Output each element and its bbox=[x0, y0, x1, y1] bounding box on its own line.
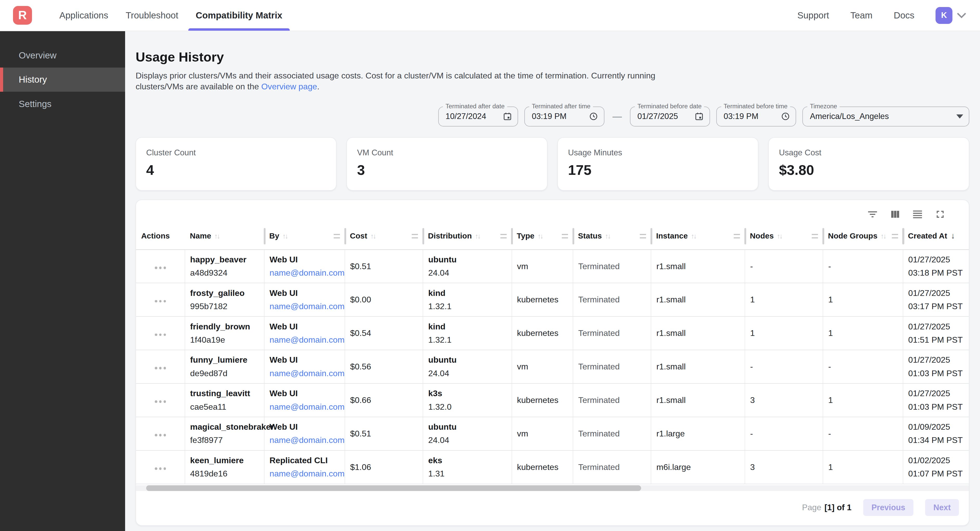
column-header-distribution[interactable]: Distribution bbox=[423, 223, 512, 250]
cell-status: Terminated bbox=[573, 316, 651, 350]
table-row: frosty_galileo 995b7182 Web UI name@doma… bbox=[136, 283, 969, 316]
sort-icon[interactable] bbox=[691, 232, 696, 240]
scrollbar-thumb[interactable] bbox=[146, 485, 641, 491]
description-line1: Displays prior clusters/VMs and their as… bbox=[135, 71, 655, 80]
nav-item-applications[interactable]: Applications bbox=[51, 0, 117, 31]
column-header-cost[interactable]: Cost bbox=[345, 223, 423, 250]
sort-icon[interactable] bbox=[214, 232, 219, 240]
overview-page-link[interactable]: Overview page bbox=[261, 82, 317, 91]
clock-icon bbox=[781, 112, 790, 121]
cell-cost: $0.56 bbox=[345, 350, 423, 384]
email-link[interactable]: name@domain.com bbox=[269, 435, 340, 445]
column-header-type[interactable]: Type bbox=[512, 223, 573, 250]
columns-icon[interactable] bbox=[889, 208, 902, 220]
drag-handle-icon[interactable] bbox=[412, 234, 418, 238]
column-header-by[interactable]: By bbox=[264, 223, 345, 250]
email-link[interactable]: name@domain.com bbox=[269, 369, 340, 378]
cell-type: vm bbox=[512, 350, 573, 384]
sort-icon[interactable] bbox=[371, 232, 375, 240]
cell-cost: $0.54 bbox=[345, 316, 423, 350]
cell-by: Web UI name@domain.com bbox=[264, 384, 345, 417]
replicated-logo[interactable]: R bbox=[13, 6, 32, 25]
density-icon[interactable] bbox=[912, 208, 924, 220]
column-header-instance[interactable]: Instance bbox=[651, 223, 745, 250]
drag-handle-icon[interactable] bbox=[734, 234, 740, 238]
column-header-created-at[interactable]: Created At bbox=[903, 223, 969, 250]
drag-handle-icon[interactable] bbox=[334, 234, 340, 238]
usage-history-page: R Applications Troubleshoot Compatibilit… bbox=[0, 0, 980, 531]
column-header-status[interactable]: Status bbox=[573, 223, 651, 250]
nav-item-troubleshoot[interactable]: Troubleshoot bbox=[117, 0, 187, 31]
column-header-nodes[interactable]: Nodes bbox=[745, 223, 823, 250]
sort-desc-icon[interactable] bbox=[951, 231, 955, 241]
sort-icon[interactable] bbox=[881, 232, 886, 240]
cell-name: trusting_leavitt cae5ea11 bbox=[185, 384, 264, 417]
email-link[interactable]: name@domain.com bbox=[269, 469, 340, 479]
cell-created-at: 01/27/2025 03:17 PM PST bbox=[903, 283, 969, 316]
sort-icon[interactable] bbox=[777, 232, 782, 240]
terminated-after-date-field[interactable]: Terminated after date 10/27/2024 bbox=[438, 106, 519, 127]
sidebar-item-overview[interactable]: Overview bbox=[0, 43, 125, 68]
cell-cost: $0.51 bbox=[345, 250, 423, 283]
column-header-name[interactable]: Name bbox=[185, 223, 264, 250]
row-actions-button[interactable] bbox=[152, 460, 168, 474]
ellipsis-icon bbox=[155, 468, 166, 470]
nav-item-docs[interactable]: Docs bbox=[894, 10, 914, 21]
cell-actions bbox=[136, 450, 185, 484]
drag-handle-icon[interactable] bbox=[892, 234, 898, 238]
fullscreen-icon[interactable] bbox=[934, 208, 947, 220]
drag-handle-icon[interactable] bbox=[500, 234, 507, 238]
drag-handle-icon[interactable] bbox=[812, 234, 818, 238]
stat-card-usage-cost: Usage Cost $3.80 bbox=[768, 137, 969, 191]
cell-nodes: 1 bbox=[745, 283, 823, 316]
cell-distribution: k3s 1.32.0 bbox=[423, 384, 512, 417]
cell-distribution: eks 1.31 bbox=[423, 450, 512, 484]
filter-icon[interactable] bbox=[866, 208, 879, 220]
cell-node-groups: - bbox=[823, 417, 903, 450]
column-header-node-groups[interactable]: Node Groups bbox=[823, 223, 903, 250]
cell-distribution: kind 1.32.1 bbox=[423, 283, 512, 316]
cell-by: Web UI name@domain.com bbox=[264, 417, 345, 450]
timezone-select[interactable]: Timezone America/Los_Angeles bbox=[802, 106, 969, 127]
user-menu[interactable]: K bbox=[935, 7, 966, 24]
avatar: K bbox=[935, 7, 953, 24]
nav-item-team[interactable]: Team bbox=[850, 10, 872, 21]
nav-item-support[interactable]: Support bbox=[797, 10, 829, 21]
nav-item-compatibility-matrix[interactable]: Compatibility Matrix bbox=[187, 0, 291, 31]
cell-by: Replicated CLI name@domain.com bbox=[264, 450, 345, 484]
terminated-before-time-field[interactable]: Terminated before time 03:19 PM bbox=[716, 106, 796, 127]
sidebar-item-history[interactable]: History bbox=[0, 68, 125, 92]
row-actions-button[interactable] bbox=[152, 393, 168, 407]
cell-node-groups: 1 bbox=[823, 283, 903, 316]
email-link[interactable]: name@domain.com bbox=[269, 335, 340, 345]
cell-cost: $0.66 bbox=[345, 384, 423, 417]
drag-handle-icon[interactable] bbox=[640, 234, 646, 238]
row-actions-button[interactable] bbox=[152, 259, 168, 274]
cell-status: Terminated bbox=[573, 384, 651, 417]
terminated-after-time-field[interactable]: Terminated after time 03:19 PM bbox=[524, 106, 605, 127]
row-actions-button[interactable] bbox=[152, 326, 168, 341]
drag-handle-icon[interactable] bbox=[562, 234, 568, 238]
previous-page-button[interactable]: Previous bbox=[863, 499, 913, 516]
cell-type: kubernetes bbox=[512, 384, 573, 417]
row-actions-button[interactable] bbox=[152, 293, 168, 307]
cell-nodes: 1 bbox=[745, 316, 823, 350]
row-actions-button[interactable] bbox=[152, 426, 168, 441]
terminated-before-date-field[interactable]: Terminated before date 01/27/2025 bbox=[630, 106, 710, 127]
sort-icon[interactable] bbox=[538, 232, 542, 240]
sort-icon[interactable] bbox=[605, 232, 610, 240]
sort-icon[interactable] bbox=[475, 232, 480, 240]
email-link[interactable]: name@domain.com bbox=[269, 268, 340, 278]
next-page-button[interactable]: Next bbox=[925, 499, 959, 516]
cell-status: Terminated bbox=[573, 450, 651, 484]
cell-actions bbox=[136, 350, 185, 384]
ellipsis-icon bbox=[155, 367, 166, 369]
email-link[interactable]: name@domain.com bbox=[269, 402, 340, 412]
email-link[interactable]: name@domain.com bbox=[269, 302, 340, 311]
sidebar-item-settings[interactable]: Settings bbox=[0, 92, 125, 116]
row-actions-button[interactable] bbox=[152, 359, 168, 374]
table-row: funny_lumiere de9ed87d Web UI name@domai… bbox=[136, 350, 969, 384]
sort-icon[interactable] bbox=[282, 232, 287, 240]
cell-nodes: - bbox=[745, 350, 823, 384]
cell-node-groups: 1 bbox=[823, 316, 903, 350]
